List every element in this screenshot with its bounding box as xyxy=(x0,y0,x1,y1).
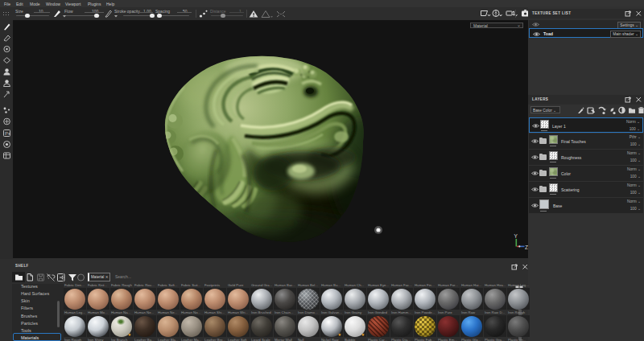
svg-text:Y: Y xyxy=(514,233,518,239)
svg-text:Ps: Ps xyxy=(5,131,10,136)
